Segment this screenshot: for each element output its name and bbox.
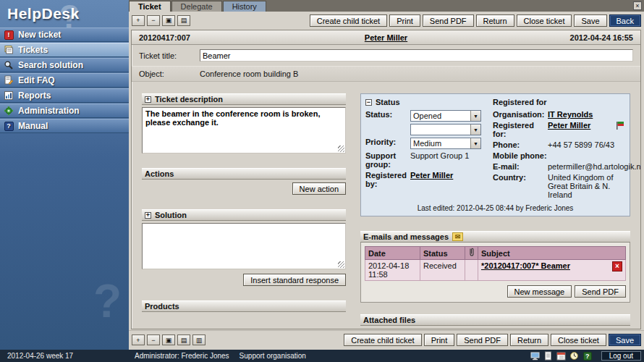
clock-icon[interactable] [569, 351, 580, 361]
print-button-bottom[interactable]: Print [424, 334, 455, 346]
phone-value: +44 57 5899 76/43 [548, 140, 625, 149]
support-group-label: Support group: [365, 151, 410, 169]
object-row: Object: Conference room building B [132, 66, 640, 82]
expand-all-icon[interactable]: + [132, 334, 145, 345]
return-button-bottom[interactable]: Return [510, 334, 548, 346]
email-value: petermiller@hd.artologik.net [548, 162, 625, 171]
object-label: Object: [139, 70, 200, 78]
close-icon[interactable]: × [633, 1, 642, 10]
sub-status-select[interactable]: ▼ [410, 124, 481, 135]
expand-section-icon[interactable]: + [145, 96, 151, 103]
envelope-icon: ✉ [452, 232, 463, 241]
layout-split-icon[interactable]: ▤ [177, 15, 190, 26]
registered-by-link[interactable]: Peter Miller [410, 171, 453, 180]
insert-standard-response-button[interactable]: Insert standard response [243, 274, 346, 286]
close-ticket-button[interactable]: Close ticket [517, 14, 572, 27]
tickets-icon [4, 45, 14, 55]
last-edited-text: Last edited: 2012-04-25 08:44 by Frederi… [365, 204, 625, 212]
status-section-title: Status [376, 98, 400, 106]
delete-email-icon[interactable]: × [612, 261, 622, 272]
session-statusbar: Administrator: Frederic Jones Support or… [129, 350, 644, 362]
layout-window-icon[interactable]: ▣ [162, 15, 175, 26]
chevron-down-icon: ▼ [470, 111, 480, 121]
tab-ticket[interactable]: Ticket [129, 1, 171, 12]
calendar-icon[interactable] [556, 351, 567, 361]
sidebar-item-tickets[interactable]: Tickets [0, 43, 129, 57]
sidebar-item-search-solution[interactable]: Search solution [0, 58, 129, 72]
save-button-bottom[interactable]: Save [609, 334, 641, 346]
logged-in-user: Administrator: Frederic Jones [135, 352, 229, 360]
create-child-ticket-button[interactable]: Create child ticket [310, 14, 387, 27]
email-status-cell: Received [420, 260, 465, 281]
status-label: Status: [365, 110, 410, 119]
resize-grip-icon[interactable] [338, 261, 344, 268]
ticket-description-header: + Ticket description [142, 93, 346, 105]
send-pdf-button-bottom[interactable]: Send PDF [457, 334, 508, 346]
collapse-section-icon[interactable]: − [365, 99, 372, 106]
ticket-person-link[interactable]: Peter Miller [365, 33, 407, 42]
country-label: Country: [493, 173, 548, 182]
sidebar-item-edit-faq[interactable]: Edit FAQ [0, 73, 129, 88]
tab-delegate[interactable]: Delegate [171, 1, 222, 12]
manual-book-icon: ? [4, 121, 14, 131]
sidebar-item-manual[interactable]: ? Manual [0, 119, 129, 133]
sidebar-item-administration[interactable]: Administration [0, 104, 129, 118]
ticket-datetime: 2012-04-24 16:55 [570, 33, 633, 42]
organisation-link[interactable]: IT Reynolds [548, 110, 593, 119]
registered-for-label: Registered for: [493, 121, 548, 138]
registered-for-link[interactable]: Peter Miller [548, 121, 590, 130]
sidebar: HelpDesk ? ? ! New ticket Tickets Search… [0, 0, 129, 350]
section-title: Attached files [363, 316, 415, 324]
ticket-content-frame: 20120417:007 Peter Miller 2012-04-24 16:… [131, 30, 641, 329]
resize-grip-icon[interactable] [338, 146, 344, 152]
chevron-down-icon: ▼ [470, 125, 480, 135]
email-subject-link[interactable]: *20120417:007* Beamer [481, 261, 570, 270]
ticket-description-textarea[interactable]: The beamer in the conference room is bro… [142, 107, 346, 153]
send-pdf-button[interactable]: Send PDF [423, 14, 474, 27]
collapse-all-icon[interactable]: − [147, 334, 160, 345]
send-pdf-message-button[interactable]: Send PDF [575, 285, 626, 298]
bottom-toolbar: + − ▣ ▤ ▥ Create child ticket Print Send… [129, 330, 644, 349]
create-child-ticket-button-bottom[interactable]: Create child ticket [344, 334, 421, 346]
edit-page-icon [4, 75, 14, 85]
tab-strip: Ticket Delegate History × [129, 0, 644, 12]
tab-history[interactable]: History [223, 1, 266, 12]
support-group-value: Support Group 1 [410, 151, 493, 160]
logout-button[interactable]: Log out [601, 351, 641, 361]
section-title: Ticket description [155, 95, 223, 104]
layout-window-icon[interactable]: ▣ [162, 334, 175, 345]
question-watermark-icon: ? [93, 274, 122, 328]
ticket-title-label: Ticket title: [139, 51, 200, 60]
flag-icon[interactable] [616, 121, 625, 132]
solution-textarea[interactable] [142, 223, 346, 269]
close-ticket-button-bottom[interactable]: Close ticket [551, 334, 606, 346]
mobile-phone-label: Mobile phone: [493, 151, 548, 160]
print-button[interactable]: Print [389, 14, 420, 27]
priority-select[interactable]: Medium ▼ [410, 138, 481, 149]
layout-grid-icon[interactable]: ▥ [192, 334, 206, 345]
actions-header: Actions [142, 168, 346, 180]
collapse-all-icon[interactable]: − [147, 15, 160, 26]
ticket-title-input[interactable] [200, 49, 633, 62]
help-icon[interactable]: ? [582, 351, 593, 361]
expand-all-icon[interactable]: + [132, 15, 145, 26]
chevron-down-icon: ▼ [470, 138, 480, 148]
document-icon[interactable] [543, 351, 554, 361]
computer-icon[interactable] [530, 351, 541, 361]
new-message-button[interactable]: New message [507, 285, 572, 298]
organisation-name: Support organisation [240, 352, 306, 360]
email-col-date: Date [365, 247, 420, 260]
return-button[interactable]: Return [476, 14, 514, 27]
back-button[interactable]: Back [609, 14, 641, 27]
layout-split-icon[interactable]: ▤ [177, 334, 190, 345]
products-header: Products [142, 300, 346, 312]
sidebar-item-new-ticket[interactable]: ! New ticket [0, 28, 129, 42]
new-action-button[interactable]: New action [292, 182, 346, 195]
bar-chart-icon [4, 90, 14, 101]
save-button[interactable]: Save [574, 14, 606, 27]
email-date-cell: 2012-04-18 11:58 [365, 260, 420, 281]
expand-section-icon[interactable]: + [145, 212, 151, 219]
sidebar-item-reports[interactable]: Reports [0, 88, 129, 103]
organisation-label: Organisation: [493, 110, 548, 119]
status-select[interactable]: Opened ▼ [410, 110, 481, 122]
